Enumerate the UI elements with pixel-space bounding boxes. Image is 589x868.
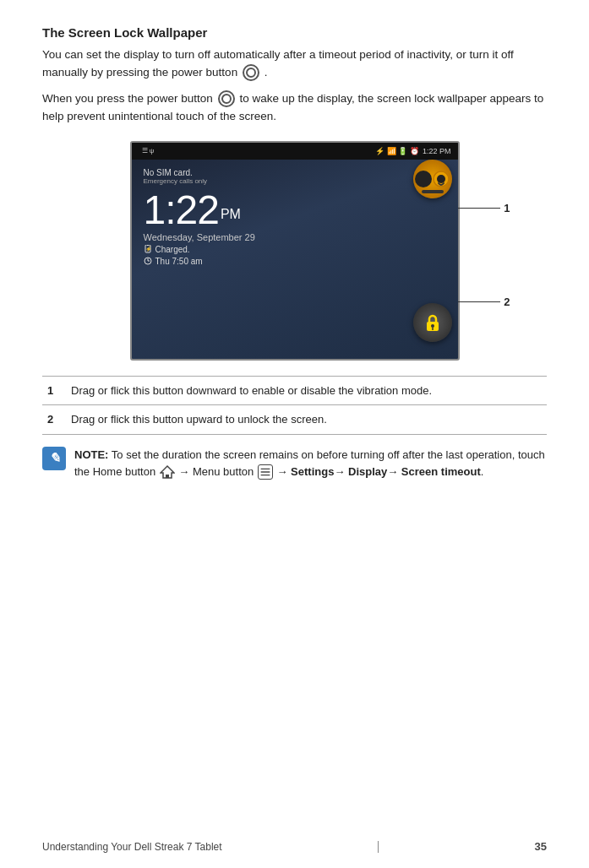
svg-point-7 bbox=[437, 175, 445, 183]
page-heading: The Screen Lock Wallpaper bbox=[42, 25, 547, 40]
callout-1: 1 bbox=[458, 202, 510, 214]
row-desc: Drag or flick this button downward to en… bbox=[66, 376, 547, 405]
note-path-end: . bbox=[481, 465, 484, 478]
vibrate-button bbox=[413, 160, 452, 198]
footer: Understanding Your Dell Streak 7 Tablet … bbox=[0, 840, 589, 853]
callout-line-2 bbox=[458, 301, 500, 302]
note-prefix: NOTE: bbox=[74, 448, 108, 461]
note-text: NOTE: To set the duration the screen rem… bbox=[74, 447, 547, 480]
alarm-text: Thu 7:50 am bbox=[155, 257, 203, 266]
callout-num-2: 2 bbox=[504, 296, 510, 308]
table-row: 2Drag or flick this button upward to unl… bbox=[42, 405, 547, 435]
alarm-row: Thu 7:50 am bbox=[144, 257, 446, 266]
callout-table: 1Drag or flick this button downward to e… bbox=[42, 376, 547, 435]
note-arrow1: → Menu button bbox=[178, 465, 257, 478]
svg-point-9 bbox=[431, 324, 434, 328]
svg-rect-12 bbox=[166, 475, 169, 478]
right-buttons bbox=[407, 143, 458, 359]
para1-end: . bbox=[265, 66, 268, 79]
paragraph-2: When you press the power button to wake … bbox=[42, 90, 547, 126]
para1-text: You can set the display to turn off auto… bbox=[42, 48, 514, 79]
device-screenshot: ☰ ψ ⚡ 📶 🔋 ⏰ 1:22 PM No SIM card. Emergen… bbox=[130, 141, 460, 361]
unlock-button bbox=[413, 303, 452, 342]
time-display: 1:22PM bbox=[144, 190, 446, 231]
row-num: 1 bbox=[42, 376, 66, 405]
charged-icon: ⚡ bbox=[144, 245, 152, 253]
row-num: 2 bbox=[42, 405, 66, 435]
table-row: 1Drag or flick this button downward to e… bbox=[42, 376, 547, 405]
note-icon-wrap: ✎ bbox=[42, 447, 66, 470]
home-icon bbox=[160, 464, 175, 480]
callout-num-1: 1 bbox=[504, 202, 510, 214]
para2-start: When you press the power button bbox=[42, 92, 213, 105]
lock-icon bbox=[422, 312, 444, 334]
charged-text: Charged. bbox=[155, 245, 190, 254]
footer-left: Understanding Your Dell Streak 7 Tablet bbox=[42, 841, 222, 853]
screenshot-container: ☰ ψ ⚡ 📶 🔋 ⏰ 1:22 PM No SIM card. Emergen… bbox=[130, 141, 460, 361]
note-arrow2: → bbox=[276, 465, 287, 478]
charged-row: ⚡ Charged. bbox=[144, 245, 446, 254]
note-box: ✎ NOTE: To set the duration the screen r… bbox=[42, 447, 547, 480]
time-large: 1:22 bbox=[144, 187, 219, 232]
svg-rect-1 bbox=[147, 245, 149, 246]
power-button-icon-2 bbox=[218, 90, 235, 107]
alarm-icon bbox=[144, 257, 152, 265]
date-text: Wednesday, September 29 bbox=[144, 232, 446, 242]
page-number: 35 bbox=[535, 840, 547, 853]
svg-text:⚡: ⚡ bbox=[145, 246, 151, 252]
status-left: ☰ ψ bbox=[139, 147, 158, 155]
menu-icon bbox=[258, 464, 273, 480]
paragraph-1: You can set the display to turn off auto… bbox=[42, 46, 547, 82]
status-sim: ☰ ψ bbox=[139, 147, 158, 155]
footer-divider bbox=[378, 841, 379, 853]
row-desc: Drag or flick this button upward to unlo… bbox=[66, 405, 547, 435]
note-icon: ✎ bbox=[49, 450, 60, 466]
power-button-icon bbox=[243, 64, 259, 81]
vibrate-icon bbox=[432, 170, 450, 188]
callout-line-1 bbox=[458, 208, 500, 209]
time-ampm: PM bbox=[221, 207, 241, 221]
emergency-text: Emergency calls only bbox=[144, 177, 446, 185]
callout-2: 2 bbox=[458, 296, 510, 308]
note-path: Settings→ Display→ Screen timeout bbox=[291, 465, 481, 478]
no-sim-text: No SIM card. bbox=[144, 168, 446, 177]
